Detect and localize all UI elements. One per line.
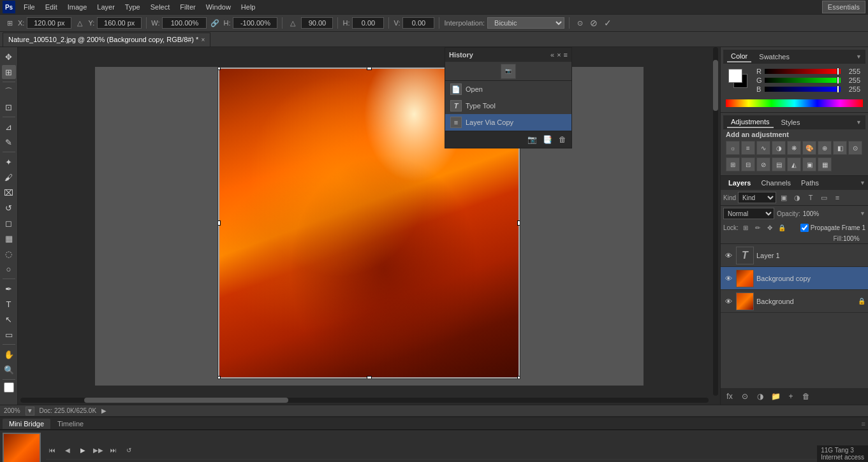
move-tool[interactable]: ✥ [2,50,16,64]
filter-type-icon[interactable]: T [805,192,816,203]
threshold-adj[interactable]: ◭ [787,157,801,171]
tab-close-btn[interactable]: × [201,36,205,43]
clone-tool[interactable]: ⌧ [2,185,16,199]
layer-group-btn[interactable]: 📁 [769,390,782,403]
handle-tl[interactable] [217,67,221,70]
photo-filter-adj[interactable]: ⊙ [848,141,862,155]
menu-select[interactable]: Select [146,2,175,12]
layers-panel-arrow[interactable]: ▼ [860,180,865,186]
styles-tab[interactable]: Styles [777,117,804,127]
cancel-transform-icon[interactable]: ⊘ [588,17,600,29]
gradientmap-adj[interactable]: ▦ [818,157,832,171]
fg-bg-swatches[interactable] [728,69,751,89]
layer1-visibility[interactable]: 👁 [723,250,733,261]
hand-tool[interactable]: ✋ [2,347,16,361]
handle-tc[interactable] [367,67,372,70]
doc-options-btn[interactable]: ▶ [101,407,107,414]
handle-ml[interactable] [217,220,221,226]
document-tab[interactable]: Nature_100510_2.jpg @ 200% (Background c… [3,32,210,47]
history-collapse-icon[interactable]: « [550,51,554,59]
menu-help[interactable]: Help [237,2,260,12]
swatches-tab[interactable]: Swatches [755,52,793,62]
brightness-adj[interactable]: ☼ [726,141,740,155]
tc-last-btn[interactable]: ⏭ [107,444,120,456]
x-input[interactable] [27,17,71,29]
r-slider[interactable] [765,69,841,74]
history-brush-tool[interactable]: ↺ [2,201,16,215]
layer-adj-btn[interactable]: ◑ [754,390,767,403]
filter-adj-icon[interactable]: ◑ [791,192,803,203]
zoom-tool[interactable]: 🔍 [2,363,16,377]
lock-transparent-icon[interactable]: ⊞ [740,222,751,233]
history-item-type[interactable]: T Type Tool [445,97,571,114]
menu-layer[interactable]: Layer [92,2,119,12]
menu-type[interactable]: Type [121,2,145,12]
color-tab[interactable]: Color [727,51,751,62]
eyedropper-tool[interactable]: ✎ [2,135,16,149]
posterize-adj[interactable]: ▤ [772,157,786,171]
bg-visibility[interactable]: 👁 [723,296,733,307]
b-slider[interactable] [765,87,841,92]
rotate-input[interactable] [301,17,333,29]
interp-select[interactable]: Bicubic Bilinear Nearest Neighbor [487,17,564,29]
type-tool[interactable]: T [2,297,16,311]
tc-prev-btn[interactable]: ◀ [61,444,74,456]
py-input[interactable] [402,17,434,29]
color-spectrum[interactable] [726,99,863,107]
layer-fx-btn[interactable]: fx [723,390,736,403]
selectivecolor-adj[interactable]: ▣ [802,157,816,171]
eraser-tool[interactable]: ◻ [2,216,16,230]
layer-new-btn[interactable]: + [784,390,797,403]
invert-adj[interactable]: ⊘ [756,157,770,171]
blur-tool[interactable]: ◌ [2,247,16,261]
vertical-scrollbar[interactable] [711,47,720,396]
zoom-options-btn[interactable]: ▼ [26,407,34,415]
vibrance-adj[interactable]: ❋ [787,141,801,155]
crop-tool[interactable]: ⊿ [2,120,16,134]
layers-tab[interactable]: Layers [723,178,756,188]
history-item-layer-via-copy[interactable]: ≡ Layer Via Copy [445,114,571,131]
heal-tool[interactable]: ✦ [2,155,16,169]
dodge-tool[interactable]: ○ [2,262,16,276]
hsl-adj[interactable]: 🎨 [802,141,816,155]
filter-more-icon[interactable]: ≡ [832,192,843,203]
shape-tool[interactable]: ▭ [2,328,16,342]
menu-image[interactable]: Image [63,2,92,12]
menu-filter[interactable]: Filter [175,2,200,12]
w-input[interactable] [162,17,207,29]
handle-mr[interactable] [517,220,520,226]
tc-next-btn[interactable]: ▶▶ [92,444,105,456]
link-icon[interactable]: 🔗 [209,17,221,29]
colorbalance-adj[interactable]: ⊕ [818,141,832,155]
h-input[interactable] [233,17,277,29]
horizontal-scrollbar[interactable] [18,396,711,405]
exposure-adj[interactable]: ◑ [772,141,786,155]
adj-tab[interactable]: Adjustments [727,117,774,128]
channelmixer-adj[interactable]: ⊞ [726,157,740,171]
tc-loop-btn[interactable]: ↺ [122,444,135,456]
brush-tool[interactable]: 🖌 [2,170,16,184]
px-input[interactable] [352,17,384,29]
quick-select-tool[interactable]: ⊡ [2,100,16,114]
tc-first-btn[interactable]: ⏮ [46,444,59,456]
y-input[interactable] [97,17,142,29]
layer-row-1[interactable]: 👁 T Layer 1 [721,244,868,267]
foreground-color[interactable] [4,382,14,393]
history-new-doc-btn[interactable]: 📑 [541,133,554,146]
lasso-tool[interactable]: ⌒ [2,85,16,99]
color-panel-arrow[interactable]: ▼ [856,54,862,60]
gradient-tool[interactable]: ▦ [2,231,16,245]
paths-tab[interactable]: Paths [796,178,824,188]
lock-pixels-icon[interactable]: ✏ [753,222,763,233]
handle-bl[interactable] [217,376,221,379]
bgcopy-visibility[interactable]: 👁 [723,273,733,284]
menu-window[interactable]: Window [202,2,235,12]
handle-br[interactable] [517,376,520,379]
minibridge-tab[interactable]: Mini Bridge [3,419,50,429]
menu-file[interactable]: File [19,2,40,12]
fg-swatch[interactable] [728,69,742,83]
essentials-button[interactable]: Essentials [822,1,865,13]
layer-delete-btn[interactable]: 🗑 [800,390,813,403]
timeline-thumb[interactable]: 0 sec. [3,433,41,462]
history-menu-icon[interactable]: ≡ [564,51,568,59]
